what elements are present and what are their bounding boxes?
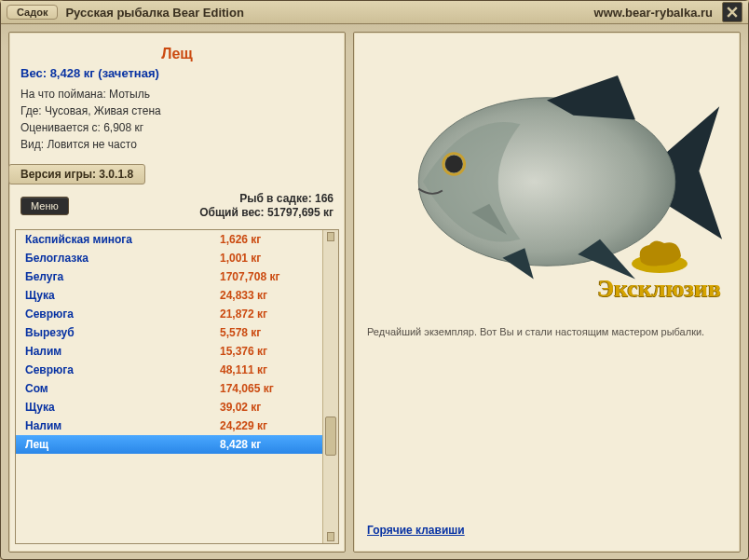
fish-list-container: Каспийская минога1,626 кгБелоглазка1,001… <box>15 229 339 544</box>
scrollbar[interactable] <box>322 230 338 543</box>
total-value: 51797,695 кг <box>267 206 334 219</box>
weight-label: Вес: <box>20 66 47 80</box>
list-item[interactable]: Каспийская минога1,626 кг <box>16 230 322 249</box>
list-item-weight: 15,376 кг <box>220 345 313 358</box>
fish-details: Лещ Вес: 8,428 кг (зачетная) На что пойм… <box>9 33 345 160</box>
fish-list[interactable]: Каспийская минога1,626 кгБелоглазка1,001… <box>16 230 322 543</box>
kind-label: Вид: <box>20 138 44 151</box>
weight-qualifier: (зачетная) <box>98 66 159 80</box>
site-url: www.bear-rybalka.ru <box>594 6 713 20</box>
count-label: Рыб в садке: <box>239 192 312 205</box>
where-label: Где: <box>20 104 42 117</box>
list-item[interactable]: Белоглазка1,001 кг <box>16 249 322 267</box>
basket-tab[interactable]: Садок <box>7 5 58 20</box>
weight-value: 8,428 кг <box>50 66 95 80</box>
scrollbar-thumb[interactable] <box>325 417 336 456</box>
kind-row: Вид: Ловится не часто <box>20 136 334 153</box>
list-item-weight: 8,428 кг <box>220 438 313 451</box>
list-item[interactable]: Севрюга21,872 кг <box>16 305 322 323</box>
total-label: Общий вес: <box>199 206 264 219</box>
bait-value: Мотыль <box>109 88 150 101</box>
where-value: Чусовая, Живая стена <box>45 104 161 117</box>
list-item-weight: 24,229 кг <box>220 419 313 432</box>
list-item-weight: 1,626 кг <box>220 233 313 246</box>
exclusive-badge-text: Эксклюзив <box>598 275 721 303</box>
list-item-weight: 1,001 кг <box>220 252 313 265</box>
list-item-name: Белуга <box>25 270 220 283</box>
basket-counts: Рыб в садке: 166 Общий вес: 51797,695 кг <box>199 192 334 220</box>
bear-icon <box>627 234 692 275</box>
valued-row: Оценивается с: 6,908 кг <box>20 119 334 136</box>
list-item-name: Налим <box>25 345 220 358</box>
hotkeys-link[interactable]: Горячие клавиши <box>367 518 727 542</box>
list-item-name: Щука <box>25 289 220 302</box>
menu-button[interactable]: Меню <box>20 197 69 215</box>
version-value: 3.0.1.8 <box>99 168 133 181</box>
list-item-name: Севрюга <box>25 307 220 321</box>
list-item-weight: 39,02 кг <box>220 401 313 414</box>
where-row: Где: Чусовая, Живая стена <box>20 102 334 119</box>
window-title: Русская рыбалка Bear Edition <box>65 6 593 20</box>
list-item[interactable]: Налим24,229 кг <box>16 417 322 435</box>
list-item-name: Севрюга <box>25 363 220 376</box>
close-button[interactable] <box>722 2 742 22</box>
valued-label: Оценивается с: <box>20 121 101 134</box>
left-pane: Лещ Вес: 8,428 кг (зачетная) На что пойм… <box>8 32 346 553</box>
fish-description: Редчайший экземпляр. Вот Вы и стали наст… <box>367 325 727 339</box>
exclusive-badge: Эксклюзив <box>598 234 721 303</box>
valued-value: 6,908 кг <box>103 121 143 134</box>
list-item-name: Налим <box>25 419 220 432</box>
list-item[interactable]: Щука24,833 кг <box>16 286 322 305</box>
bait-row: На что поймана: Мотыль <box>20 86 334 102</box>
version-badge: Версия игры: 3.0.1.8 <box>8 164 145 184</box>
count-value: 166 <box>315 192 334 205</box>
titlebar: Садок Русская рыбалка Bear Edition www.b… <box>1 1 748 24</box>
list-item[interactable]: Налим15,376 кг <box>16 342 322 361</box>
list-item-name: Каспийская минога <box>25 233 220 246</box>
version-label: Версия игры: <box>20 168 96 181</box>
right-pane: Эксклюзив Редчайший экземпляр. Вот Вы и … <box>353 32 741 553</box>
list-item-name: Сом <box>25 382 220 395</box>
menu-row: Меню Рыб в садке: 166 Общий вес: 51797,6… <box>9 184 345 225</box>
list-item-weight: 24,833 кг <box>220 289 313 302</box>
list-item-name: Лещ <box>25 438 220 451</box>
list-item[interactable]: Щука39,02 кг <box>16 398 322 417</box>
list-item[interactable]: Севрюга48,111 кг <box>16 361 322 379</box>
list-item[interactable]: Сом174,065 кг <box>16 379 322 398</box>
list-item[interactable]: Белуга1707,708 кг <box>16 267 322 286</box>
close-icon <box>727 7 738 18</box>
list-item-weight: 5,578 кг <box>220 326 313 339</box>
list-item-weight: 48,111 кг <box>220 363 313 376</box>
list-item-weight: 21,872 кг <box>220 307 313 321</box>
bait-label: На что поймана: <box>20 88 106 101</box>
list-item-name: Белоглазка <box>25 252 220 265</box>
version-row: Версия игры: 3.0.1.8 <box>9 164 345 184</box>
list-item-weight: 1707,708 кг <box>220 270 313 283</box>
svg-point-1 <box>445 156 463 173</box>
list-item[interactable]: Вырезуб5,578 кг <box>16 323 322 342</box>
fish-weight: Вес: 8,428 кг (зачетная) <box>20 66 334 80</box>
fish-name: Лещ <box>20 46 334 62</box>
list-item-name: Вырезуб <box>25 326 220 339</box>
fish-image: Эксклюзив <box>367 42 727 321</box>
list-item-name: Щука <box>25 401 220 414</box>
list-item[interactable]: Лещ8,428 кг <box>16 435 322 454</box>
game-window: Садок Русская рыбалка Bear Edition www.b… <box>0 0 749 560</box>
kind-value: Ловится не часто <box>47 138 136 151</box>
list-item-weight: 174,065 кг <box>220 382 313 395</box>
